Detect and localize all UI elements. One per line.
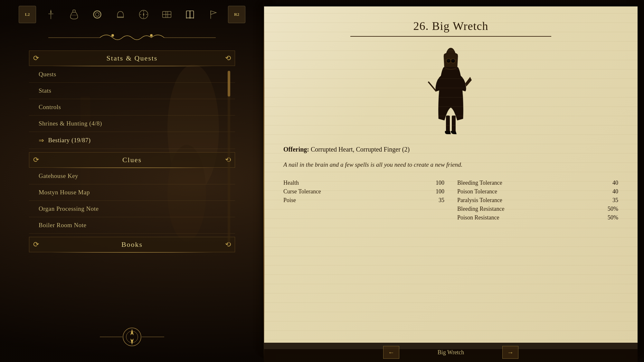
menu-item-boiler-note[interactable]: Boiler Room Note bbox=[29, 217, 235, 234]
books-title: Books bbox=[121, 240, 143, 249]
entry-title-line bbox=[350, 36, 551, 37]
chest-nav-icon[interactable] bbox=[158, 6, 175, 23]
stat-row-poison-tol: Poison Tolerance 40 bbox=[457, 187, 618, 196]
bleeding-res-label: Bleeding Resistance bbox=[457, 206, 504, 212]
section1-scroll-left: ⟳ bbox=[33, 54, 39, 62]
boiler-note-label: Boiler Room Note bbox=[39, 222, 86, 229]
journal-page: 26. Big Wretch bbox=[264, 6, 638, 349]
stat-row-paralysis-tol: Paralysis Tolerance 35 bbox=[457, 196, 618, 205]
svg-line-37 bbox=[428, 82, 436, 91]
top-nav: L2 R2 bbox=[0, 0, 264, 29]
current-entry-label: Big Wretch bbox=[419, 349, 483, 356]
entry-title: 26. Big Wretch bbox=[283, 19, 618, 33]
menu-item-controls[interactable]: Controls bbox=[29, 99, 235, 116]
shrines-label: Shrines & Hunting (4/8) bbox=[39, 120, 102, 127]
bleeding-tol-label: Bleeding Tolerance bbox=[457, 180, 502, 186]
stats-quests-title: Stats & Quests bbox=[107, 54, 158, 62]
svg-point-9 bbox=[95, 13, 99, 16]
scroll-thumb bbox=[228, 71, 230, 97]
bleeding-tol-value: 40 bbox=[612, 180, 618, 186]
books-section: ⟳ Books ⟲ bbox=[29, 237, 235, 253]
curse-label: Curse Tolerance bbox=[283, 188, 321, 195]
mostyn-map-label: Mostyn House Map bbox=[39, 189, 90, 196]
poison-res-label: Poison Resistance bbox=[457, 214, 499, 221]
poison-res-value: 50% bbox=[608, 214, 618, 221]
poison-tol-value: 40 bbox=[612, 188, 618, 195]
section3-divider bbox=[52, 252, 213, 253]
stats-left-column: Health 100 Curse Tolerance 100 Poise 35 bbox=[283, 179, 444, 222]
books-section-header: ⟳ Books ⟲ bbox=[29, 237, 235, 252]
svg-marker-33 bbox=[130, 339, 134, 345]
svg-point-26 bbox=[111, 34, 114, 37]
section3-scroll-left: ⟳ bbox=[33, 240, 39, 249]
next-entry-button[interactable]: → bbox=[502, 346, 518, 359]
poise-value: 35 bbox=[439, 197, 444, 204]
svg-point-8 bbox=[94, 11, 101, 18]
bleeding-res-value: 50% bbox=[608, 206, 618, 212]
paralysis-tol-label: Paralysis Tolerance bbox=[457, 197, 502, 204]
controls-label: Controls bbox=[39, 104, 61, 111]
menu-item-gatehouse-key[interactable]: Gatehouse Key bbox=[29, 168, 235, 184]
svg-point-35 bbox=[446, 59, 451, 63]
section2-scroll-left: ⟳ bbox=[33, 156, 39, 164]
poise-label: Poise bbox=[283, 197, 296, 204]
gatehouse-key-label: Gatehouse Key bbox=[39, 172, 78, 180]
paralysis-tol-value: 35 bbox=[612, 197, 618, 204]
menu-item-mostyn-map[interactable]: Mostyn House Map bbox=[29, 184, 235, 201]
menu-item-shrines[interactable]: Shrines & Hunting (4/8) bbox=[29, 116, 235, 132]
menu-item-organ-note[interactable]: Organ Processing Note bbox=[29, 201, 235, 217]
organ-note-label: Organ Processing Note bbox=[39, 205, 99, 212]
svg-rect-39 bbox=[452, 116, 456, 132]
panel-divider bbox=[263, 0, 264, 362]
stat-row-poise: Poise 35 bbox=[283, 196, 444, 205]
sword-nav-icon[interactable] bbox=[43, 6, 59, 23]
left-panel: L2 R2 bbox=[0, 0, 264, 362]
offering-value-text: Corrupted Heart, Corrupted Finger (2) bbox=[311, 146, 410, 153]
svg-marker-23 bbox=[211, 11, 216, 14]
bestiary-label: Bestiary (19/87) bbox=[48, 137, 91, 144]
stats-label: Stats bbox=[39, 87, 51, 94]
l2-button[interactable]: L2 bbox=[19, 6, 36, 23]
clues-section: ⟳ Clues ⟲ Gatehouse Key Mostyn House Map… bbox=[29, 152, 235, 234]
offering-text: Offering: Corrupted Heart, Corrupted Fin… bbox=[283, 144, 618, 154]
stats-grid: Health 100 Curse Tolerance 100 Poise 35 … bbox=[283, 179, 618, 222]
stat-row-curse: Curse Tolerance 100 bbox=[283, 187, 444, 196]
poison-tol-label: Poison Tolerance bbox=[457, 188, 497, 195]
flavor-text: A nail in the brain and a few spells is … bbox=[283, 160, 618, 170]
ring-nav-icon[interactable] bbox=[89, 6, 106, 23]
r2-button[interactable]: R2 bbox=[228, 6, 245, 23]
creature-illustration bbox=[419, 45, 483, 135]
flag-nav-icon[interactable] bbox=[205, 6, 222, 23]
potion-nav-icon[interactable] bbox=[66, 6, 82, 23]
stats-quests-section-header: ⟳ Stats & Quests ⟲ bbox=[29, 51, 235, 66]
compass-nav-icon[interactable] bbox=[135, 6, 152, 23]
stat-row-health: Health 100 bbox=[283, 179, 444, 187]
stat-row-bleeding-res: Bleeding Resistance 50% bbox=[457, 205, 618, 213]
curse-value: 100 bbox=[436, 188, 444, 195]
menu-item-bestiary[interactable]: ⇒ Bestiary (19/87) bbox=[29, 132, 235, 149]
svg-marker-32 bbox=[130, 329, 134, 335]
svg-point-27 bbox=[150, 34, 153, 37]
svg-rect-38 bbox=[446, 116, 450, 132]
helmet-nav-icon[interactable] bbox=[112, 6, 129, 23]
book-nav-icon[interactable] bbox=[182, 6, 198, 23]
right-panel: 26. Big Wretch bbox=[264, 6, 638, 349]
bottom-nav-bar: ← Big Wretch → bbox=[264, 343, 638, 362]
clues-section-header: ⟳ Clues ⟲ bbox=[29, 152, 235, 168]
health-value: 100 bbox=[436, 180, 444, 186]
quests-label: Quests bbox=[39, 71, 56, 78]
stat-row-poison-res: Poison Resistance 50% bbox=[457, 213, 618, 222]
bottom-ornament bbox=[84, 324, 180, 352]
section1-scroll-right: ⟲ bbox=[225, 54, 231, 62]
offering-label: Offering: bbox=[283, 146, 309, 153]
svg-point-36 bbox=[451, 59, 455, 63]
menu-item-stats[interactable]: Stats bbox=[29, 83, 235, 99]
prev-entry-button[interactable]: ← bbox=[383, 346, 399, 359]
scroll-track[interactable] bbox=[228, 71, 230, 245]
creature-image-area bbox=[283, 43, 618, 136]
health-label: Health bbox=[283, 180, 299, 186]
menu-container: ⟳ Stats & Quests ⟲ Quests Stats Controls… bbox=[29, 51, 235, 253]
clues-title: Clues bbox=[122, 156, 142, 164]
stat-row-bleeding-tol: Bleeding Tolerance 40 bbox=[457, 179, 618, 187]
menu-item-quests[interactable]: Quests bbox=[29, 66, 235, 83]
